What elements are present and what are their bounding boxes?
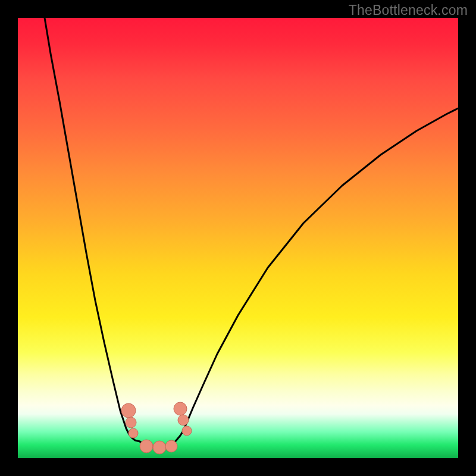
watermark-text: TheBottleneck.com <box>349 2 468 18</box>
marker-dot-1 <box>126 417 136 428</box>
chart-overlay-svg <box>18 18 458 458</box>
marker-dot-3 <box>140 440 153 453</box>
curve-markers <box>121 402 192 454</box>
marker-dot-5 <box>165 440 177 452</box>
marker-dot-2 <box>129 428 138 438</box>
marker-dot-7 <box>178 415 189 425</box>
bottleneck-curve <box>45 18 458 447</box>
marker-dot-6 <box>174 402 187 415</box>
curve-left-branch <box>45 18 140 441</box>
chart-gradient-plot <box>18 18 458 458</box>
marker-dot-4 <box>153 441 166 454</box>
chart-stage: TheBottleneck.com <box>0 0 476 476</box>
marker-dot-8 <box>182 426 192 436</box>
curve-right-branch <box>174 108 458 443</box>
marker-dot-0 <box>121 403 136 418</box>
